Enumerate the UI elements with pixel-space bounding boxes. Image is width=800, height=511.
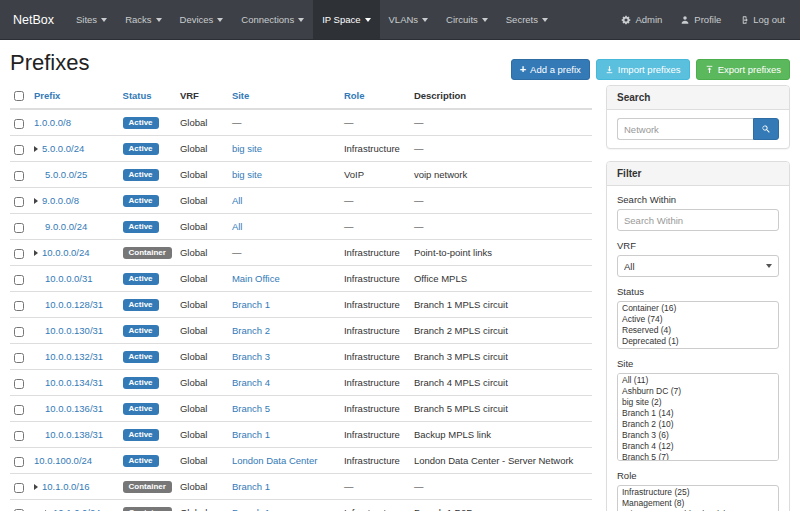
row-checkbox[interactable]	[14, 197, 24, 207]
select-all-checkbox[interactable]	[14, 91, 24, 101]
nav-item-racks[interactable]: Racks	[116, 0, 170, 39]
row-checkbox[interactable]	[14, 431, 24, 441]
role-filter-listbox[interactable]: Infrastructure (25)Management (8)Private…	[617, 485, 779, 511]
site-link[interactable]: big site	[232, 169, 262, 180]
prefix-link[interactable]: 10.0.0.0/24	[42, 247, 90, 258]
filter-option[interactable]: Infrastructure (25)	[619, 487, 777, 498]
row-checkbox[interactable]	[14, 145, 24, 155]
site-link[interactable]: All	[232, 221, 243, 232]
filter-option[interactable]: Active (74)	[619, 314, 777, 325]
prefix-link[interactable]: 10.0.0.132/31	[45, 351, 103, 362]
vrf-value: Global	[176, 240, 228, 266]
site-link[interactable]: Branch 4	[232, 377, 270, 388]
filter-option[interactable]: Deprecated (1)	[619, 336, 777, 347]
filter-option[interactable]: Ashburn DC (7)	[619, 386, 777, 397]
nav-item-secrets[interactable]: Secrets	[497, 0, 557, 39]
description-value: Point-to-point links	[410, 240, 592, 266]
prefix-link[interactable]: 9.0.0.0/8	[42, 195, 79, 206]
prefix-link[interactable]: 10.0.0.128/31	[45, 299, 103, 310]
site-link[interactable]: All	[232, 195, 243, 206]
row-checkbox[interactable]	[14, 171, 24, 181]
chevron-down-icon	[422, 18, 428, 22]
column-header-role[interactable]: Role	[344, 90, 365, 101]
description-value: —	[410, 188, 592, 214]
site-link[interactable]: Main Office	[232, 273, 280, 284]
row-checkbox[interactable]	[14, 483, 24, 493]
prefix-link[interactable]: 9.0.0.0/24	[45, 221, 87, 232]
role-value: —	[340, 109, 410, 136]
nav-item-connections[interactable]: Connections	[232, 0, 313, 39]
filter-option[interactable]: Management (8)	[619, 498, 777, 509]
row-checkbox[interactable]	[14, 301, 24, 311]
search-within-input[interactable]	[617, 209, 779, 231]
filter-option[interactable]: Branch 3 (6)	[619, 430, 777, 441]
column-header-site[interactable]: Site	[232, 90, 249, 101]
prefix-link[interactable]: 10.1.0.0/16	[42, 481, 90, 492]
nav-item-ip-space[interactable]: IP Space	[313, 0, 379, 39]
filter-option[interactable]: All (11)	[619, 375, 777, 386]
chevron-down-icon	[365, 18, 371, 22]
site-link[interactable]: London Data Center	[232, 455, 318, 466]
site-link[interactable]: Branch 5	[232, 403, 270, 414]
search-button[interactable]	[753, 118, 779, 140]
prefix-link[interactable]: 10.1.0.0/24	[53, 507, 101, 511]
site-value: —	[232, 117, 242, 128]
site-link[interactable]: big site	[232, 143, 262, 154]
nav-item-sites[interactable]: Sites	[67, 0, 116, 39]
role-value: Infrastructure	[340, 318, 410, 344]
site-link[interactable]: Branch 1	[232, 299, 270, 310]
status-badge: Active	[123, 377, 159, 389]
prefix-link[interactable]: 10.0.100.0/24	[34, 455, 92, 466]
column-header-prefix[interactable]: Prefix	[34, 90, 60, 101]
row-checkbox[interactable]	[14, 119, 24, 129]
filter-option[interactable]: big site (2)	[619, 397, 777, 408]
prefix-link[interactable]: 5.0.0.0/24	[42, 143, 84, 154]
nav-item-devices[interactable]: Devices	[171, 0, 233, 39]
prefix-link[interactable]: 10.0.0.130/31	[45, 325, 103, 336]
filter-option[interactable]: Branch 2 (10)	[619, 419, 777, 430]
search-input[interactable]	[617, 118, 753, 140]
row-checkbox[interactable]	[14, 457, 24, 467]
import-prefixes-label: Import prefixes	[618, 64, 681, 75]
export-prefixes-button[interactable]: Export prefixes	[696, 59, 790, 80]
site-link[interactable]: Branch 1	[232, 507, 270, 511]
row-checkbox[interactable]	[14, 327, 24, 337]
role-value: Infrastructure	[340, 422, 410, 448]
prefix-link[interactable]: 5.0.0.0/25	[45, 169, 87, 180]
navbar-brand[interactable]: NetBox	[0, 0, 67, 39]
filter-option[interactable]: Reserved (4)	[619, 325, 777, 336]
site-filter-listbox[interactable]: All (11)Ashburn DC (7)big site (2)Branch…	[617, 373, 779, 461]
vrf-select[interactable]: All	[617, 255, 779, 277]
gear-icon	[621, 15, 631, 25]
row-checkbox[interactable]	[14, 249, 24, 259]
filter-option[interactable]: Branch 1 (14)	[619, 408, 777, 419]
site-link[interactable]: Branch 3	[232, 351, 270, 362]
import-prefixes-button[interactable]: Import prefixes	[596, 59, 690, 80]
admin-link[interactable]: Admin	[612, 0, 671, 39]
nav-item-vlans[interactable]: VLANs	[380, 0, 438, 39]
prefix-link[interactable]: 10.0.0.136/31	[45, 403, 103, 414]
row-checkbox[interactable]	[14, 223, 24, 233]
add-prefix-button[interactable]: + Add a prefix	[511, 59, 590, 80]
row-checkbox[interactable]	[14, 353, 24, 363]
filter-option[interactable]: Container (16)	[619, 303, 777, 314]
column-header-status[interactable]: Status	[123, 90, 152, 101]
prefix-link[interactable]: 1.0.0.0/8	[34, 117, 71, 128]
row-checkbox[interactable]	[14, 379, 24, 389]
filter-option[interactable]: Branch 4 (12)	[619, 441, 777, 452]
prefix-link[interactable]: 10.0.0.134/31	[45, 377, 103, 388]
prefix-link[interactable]: 10.0.0.0/31	[45, 273, 93, 284]
status-filter-listbox[interactable]: Container (16)Active (74)Reserved (4)Dep…	[617, 301, 779, 349]
site-link[interactable]: Branch 1	[232, 481, 270, 492]
row-checkbox[interactable]	[14, 405, 24, 415]
nav-item-circuits[interactable]: Circuits	[437, 0, 497, 39]
prefix-link[interactable]: 10.0.0.138/31	[45, 429, 103, 440]
log-out-link[interactable]: Log out	[730, 0, 794, 39]
search-icon	[761, 122, 771, 137]
profile-link[interactable]: Profile	[671, 0, 730, 39]
expand-arrow-icon	[34, 146, 38, 152]
row-checkbox[interactable]	[14, 275, 24, 285]
site-link[interactable]: Branch 2	[232, 325, 270, 336]
site-link[interactable]: Branch 1	[232, 429, 270, 440]
filter-option[interactable]: Branch 5 (7)	[619, 452, 777, 461]
